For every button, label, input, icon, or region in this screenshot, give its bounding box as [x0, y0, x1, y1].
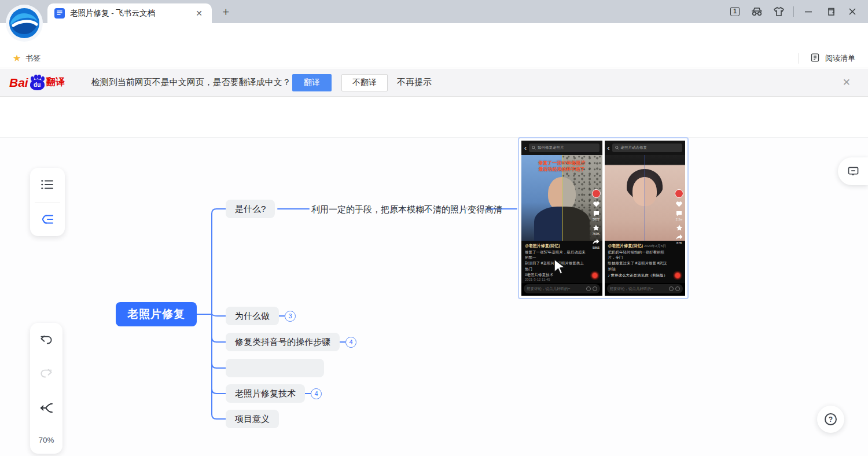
- phone-back-icon: ‹: [608, 145, 610, 152]
- emoji-icon: [586, 286, 591, 291]
- creator-handle: @老照片修复(回忆) 2020年2月5日: [608, 243, 671, 249]
- like-heart-icon: [676, 201, 682, 207]
- zoom-level[interactable]: 70%: [38, 436, 54, 444]
- post-date: 2020年2月5日: [644, 244, 666, 248]
- mindmap-node-meaning[interactable]: 项目意义: [226, 410, 279, 428]
- music-disc-icon: [673, 271, 682, 280]
- caption-line: 把奶奶年轻时候拍的一张好看的照片，专门: [608, 249, 671, 261]
- comment-icon: [848, 167, 859, 176]
- browser-logo[interactable]: [5, 4, 43, 42]
- minimize-button[interactable]: [797, 0, 819, 23]
- comment-input-bar: 想要评论，说点儿好听的~: [607, 284, 683, 293]
- collapsed-count-badge[interactable]: 3: [285, 311, 296, 322]
- bookmarks-label[interactable]: 书签: [25, 53, 41, 64]
- comment-count: 2.3w: [676, 218, 683, 221]
- tab-close-icon[interactable]: ✕: [193, 8, 205, 19]
- redo-icon[interactable]: [39, 368, 53, 382]
- video-action-bar: 2.3w 678: [675, 189, 683, 245]
- help-button[interactable]: ?: [817, 406, 844, 433]
- phone-back-icon: ‹: [524, 145, 527, 152]
- video-overlay-line1: 修复了一张57年老照片: [521, 160, 602, 166]
- outline-view-button[interactable]: [30, 168, 65, 202]
- translate-never-remind[interactable]: 不再提示: [397, 77, 432, 88]
- close-window-button[interactable]: [841, 0, 863, 23]
- maximize-button[interactable]: [819, 0, 841, 23]
- browser-tab-active[interactable]: 老照片修复 - 飞书云文档 ✕: [47, 3, 212, 23]
- browser-toolbar: ‹ › ☆ 译 ···: [0, 23, 868, 49]
- baidu-paw-icon: du: [30, 75, 45, 90]
- translate-accept-button[interactable]: 翻译: [292, 74, 332, 91]
- creator-avatar-icon: [592, 189, 601, 198]
- badge-connector: [305, 393, 311, 394]
- baidu-translate-logo: Bai du 翻译: [9, 75, 65, 90]
- emoji-icon: [669, 286, 674, 291]
- favorite-star-icon: [593, 225, 599, 231]
- baidu-translate-bar: Bai du 翻译 检测到当前网页不是中文网页，是否要翻译成中文？ 翻译 不翻译…: [0, 69, 868, 97]
- mindmap-node-tech[interactable]: 老照片修复技术 4: [226, 384, 322, 403]
- mindmap-node-steps[interactable]: 修复类抖音号的操作步骤 4: [226, 333, 356, 351]
- window-controls: 1: [724, 0, 863, 23]
- share-count: 5865: [593, 246, 599, 249]
- photo-split-before-after: 修复了一张57年老照片 最后动起来的样子绝了: [521, 155, 602, 241]
- share-arrow-icon: [676, 234, 683, 240]
- mention-icon: [675, 286, 680, 291]
- question-mark-icon: ?: [825, 413, 837, 425]
- share-arrow-icon: [593, 239, 599, 245]
- creator-handle: @老照片修复(回忆): [525, 243, 587, 249]
- post-date: 2021-3-12 11:45: [525, 277, 587, 282]
- favorite-star-icon: [676, 225, 683, 231]
- comment-placeholder: 想要评论，说点儿好听的~: [527, 286, 584, 292]
- view-switcher: [30, 168, 65, 236]
- theme-skin-icon[interactable]: [768, 0, 790, 23]
- node-label[interactable]: 为什么做: [226, 307, 279, 325]
- caption-line: 给她修复过来了 #老照片修复 #武汉加油: [608, 260, 671, 272]
- comments-panel-toggle[interactable]: [838, 157, 868, 185]
- window-controls-separator: [793, 6, 794, 17]
- bookmarks-star-icon: ★: [13, 53, 21, 64]
- mindmap-node-why[interactable]: 为什么做 3: [226, 307, 296, 325]
- phone-search-bar: 老照片动态修复: [612, 144, 683, 152]
- mindmap-controls: 70%: [30, 323, 62, 454]
- mindmap-image-node[interactable]: ‹ 如何修复老照片 修复了一张57年老照片 最后动起来的样子绝了 5822 75…: [518, 137, 689, 299]
- phone-search-bar: 如何修复老照片: [529, 144, 599, 152]
- mindmap-view-button[interactable]: [30, 203, 65, 237]
- bookmarks-bar: ★ 书签 阅读清单: [0, 49, 868, 68]
- music-disc-icon: [590, 271, 599, 280]
- douyin-screenshot-right: ‹ 老照片动态修复 2.3w 678 @老照片修复(回忆) 2020年2月5日: [605, 141, 686, 296]
- share-count: 678: [676, 241, 682, 245]
- mindmap-node-what[interactable]: 是什么?: [226, 200, 275, 218]
- collapse-all-icon[interactable]: [39, 402, 54, 416]
- translate-bar-close-icon[interactable]: ✕: [843, 76, 851, 89]
- bookmarks-separator: [799, 53, 799, 64]
- reading-list-label[interactable]: 阅读清单: [825, 53, 855, 64]
- collapsed-count-badge[interactable]: 4: [345, 337, 356, 348]
- comment-bubble-icon: [676, 211, 682, 216]
- tab-title: 老照片修复 - 飞书云文档: [70, 8, 188, 19]
- mindmap-canvas[interactable]: [0, 138, 868, 456]
- reading-list-icon: [810, 53, 820, 64]
- tab-count-icon[interactable]: 1: [724, 0, 746, 23]
- doc-header: ‹ 老照片修复 ☆ 我的空间 已经保存到云端 分享 ··· 0: [0, 97, 868, 138]
- mindmap-node-empty[interactable]: [226, 359, 324, 377]
- comment-placeholder: 想要评论，说点儿好听的~: [610, 286, 668, 292]
- translate-decline-button[interactable]: 不翻译: [341, 74, 388, 91]
- mention-icon: [593, 286, 597, 291]
- collapsed-count-badge[interactable]: 4: [311, 388, 322, 399]
- node-label[interactable]: [226, 359, 324, 377]
- badge-connector: [340, 341, 345, 343]
- music-title: ♪ 世界这么大还是遇见你（剪辑版）: [608, 273, 671, 278]
- node-label[interactable]: 项目意义: [226, 410, 279, 428]
- mindmap-node-description[interactable]: 利用一定的手段，把原本模糊不清的照片变得高清: [311, 204, 502, 215]
- new-tab-button[interactable]: ＋: [219, 5, 233, 19]
- incognito-icon[interactable]: [746, 0, 768, 23]
- photo-restored-portrait: [605, 155, 686, 241]
- mindmap-root-node[interactable]: 老照片修复: [116, 302, 197, 326]
- node-label[interactable]: 老照片修复技术: [226, 384, 305, 403]
- comment-count: 5822: [593, 218, 599, 221]
- comment-input-bar: 想要评论，说点儿好听的~: [524, 284, 600, 293]
- node-label[interactable]: 修复类抖音号的操作步骤: [226, 333, 340, 351]
- node-label[interactable]: 是什么?: [226, 200, 275, 218]
- video-action-bar: 5822 759K 5865: [592, 189, 601, 249]
- undo-icon[interactable]: [39, 334, 53, 348]
- browser-tab-bar: 老照片修复 - 飞书云文档 ✕ ＋ 1: [0, 0, 868, 23]
